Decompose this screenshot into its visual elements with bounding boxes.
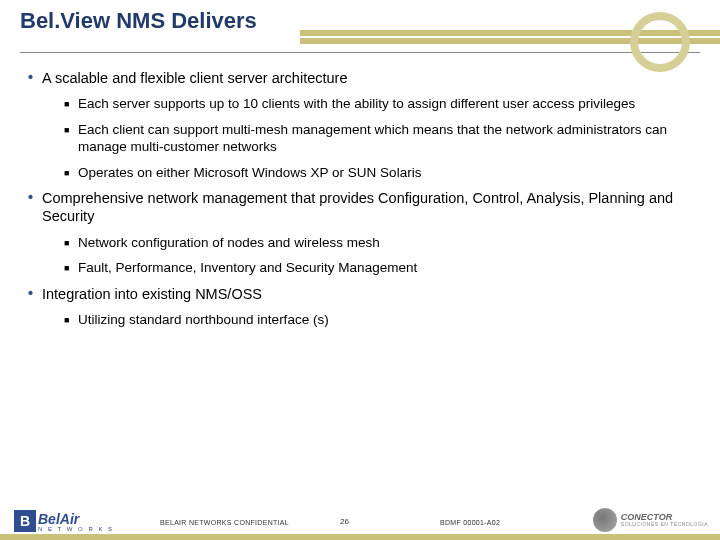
sub-bullet-item: ■Each server supports up to 10 clients w… [64, 95, 692, 113]
title-area: Bel.View NMS Delivers [0, 0, 720, 52]
logo-subtext: N E T W O R K S [38, 526, 114, 532]
footer-bar [0, 534, 720, 540]
footer: B BelAir N E T W O R K S BELAIR NETWORKS… [0, 496, 720, 540]
logo-belair: B BelAir N E T W O R K S [14, 510, 114, 532]
logo-brand: BelAir [38, 512, 114, 526]
sphere-icon [593, 508, 617, 532]
logo-right-subtext: SOLUCIONES EN TECNOLOGIA [621, 522, 708, 527]
confidential-label: BELAIR NETWORKS CONFIDENTIAL [160, 519, 289, 526]
sub-bullet-item: ■Network configuration of nodes and wire… [64, 234, 692, 252]
sub-bullet-item: ■Fault, Performance, Inventory and Secur… [64, 259, 692, 277]
bullet-text: Integration into existing NMS/OSS [42, 285, 688, 303]
bullet-item: •Comprehensive network management that p… [28, 189, 692, 225]
sub-bullet-item: ■Operates on either Microsoft Windows XP… [64, 164, 692, 182]
bullet-text: A scalable and flexible client server ar… [42, 69, 688, 87]
ring-icon [630, 12, 690, 72]
decorative-band [300, 30, 720, 50]
logo-initial-icon: B [14, 510, 36, 532]
bullet-item: •Integration into existing NMS/OSS [28, 285, 692, 303]
bullet-item: •A scalable and flexible client server a… [28, 69, 692, 87]
document-id: BDMF 00001-A02 [440, 519, 500, 526]
logo-conector: CONECTOR SOLUCIONES EN TECNOLOGIA [593, 508, 708, 532]
slide-content: •A scalable and flexible client server a… [0, 57, 720, 328]
bullet-text: Comprehensive network management that pr… [42, 189, 688, 225]
sub-bullet-item: ■Utilizing standard northbound interface… [64, 311, 692, 329]
page-number: 26 [340, 517, 349, 526]
title-underline [20, 52, 700, 53]
sub-bullet-item: ■Each client can support multi-mesh mana… [64, 121, 692, 156]
